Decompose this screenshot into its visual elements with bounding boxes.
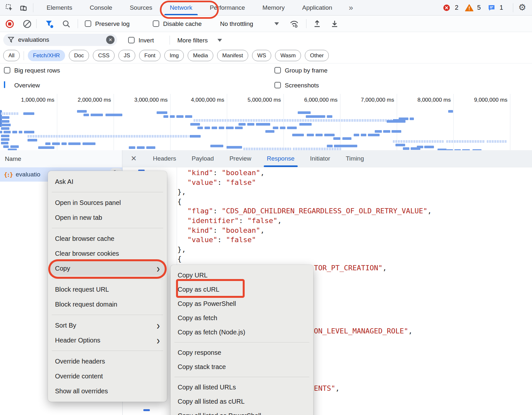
chip-other[interactable]: Other xyxy=(305,50,329,61)
device-toolbar-icon[interactable] xyxy=(19,3,28,13)
menu-item-show-all-overrides[interactable]: Show all overrides xyxy=(48,384,167,398)
tab-application[interactable]: Application xyxy=(294,0,341,15)
tab-elements[interactable]: Elements xyxy=(38,0,81,15)
waterfall-bar xyxy=(333,137,340,140)
menu-separator xyxy=(52,279,163,279)
chip-fetch-xhr[interactable]: Fetch/XHR xyxy=(28,50,65,61)
resource-type-filters: AllFetch/XHRDocCSSJSFontImgMediaManifest… xyxy=(0,48,532,63)
chip-img[interactable]: Img xyxy=(164,50,184,61)
menu-item-header-options[interactable]: Header Options› xyxy=(48,333,167,348)
more-panels-icon[interactable]: » xyxy=(346,3,356,12)
menu-item-override-content[interactable]: Override content xyxy=(48,369,167,384)
search-icon[interactable] xyxy=(62,20,71,28)
network-overview-timeline[interactable]: 1,000,000 ms2,000,000 ms3,000,000 ms4,00… xyxy=(0,94,532,151)
record-icon[interactable] xyxy=(5,19,14,28)
disable-cache-checkbox[interactable] xyxy=(153,20,159,27)
throttling-select[interactable]: No throttling xyxy=(220,20,253,28)
chip-js[interactable]: JS xyxy=(118,50,135,61)
timeline-tick-label: 3,000,000 ms xyxy=(111,96,168,104)
menu-item-sort-by[interactable]: Sort By› xyxy=(48,318,167,333)
menu-item-clear-browser-cookies[interactable]: Clear browser cookies xyxy=(48,246,167,261)
group-by-frame-checkbox[interactable] xyxy=(274,67,281,73)
chevron-down-icon[interactable] xyxy=(217,39,222,42)
waterfall-bar xyxy=(170,115,175,118)
menu-item-copy-all-listed-as-powershell[interactable]: Copy all listed as PowerShell xyxy=(171,409,313,415)
waterfall-bar xyxy=(1,120,9,123)
screenshots-checkbox[interactable] xyxy=(274,82,281,88)
waterfall-bar xyxy=(1,135,9,137)
json-string: "value" xyxy=(187,178,217,186)
menu-item-block-request-domain[interactable]: Block request domain xyxy=(48,297,167,312)
menu-item-copy-all-listed-urls[interactable]: Copy all listed URLs xyxy=(171,380,313,394)
clear-filter-icon[interactable]: ✕ xyxy=(106,36,115,44)
menu-item-open-in-sources-panel[interactable]: Open in Sources panel xyxy=(48,195,167,210)
code-line: "kind": "boolean", xyxy=(177,168,432,178)
tab-headers[interactable]: Headers xyxy=(145,150,184,167)
tab-initiator[interactable]: Initiator xyxy=(302,150,338,167)
menu-item-ask-ai[interactable]: Ask AI xyxy=(48,174,167,189)
inspect-icon[interactable] xyxy=(5,3,14,13)
menu-item-copy[interactable]: Copy› xyxy=(50,261,165,276)
menu-item-copy-as-powershell[interactable]: Copy as PowerShell xyxy=(171,297,313,311)
menu-item-block-request-url[interactable]: Block request URL xyxy=(48,282,167,297)
filter-input[interactable]: evaluations ✕ xyxy=(3,34,117,46)
menu-item-copy-as-curl[interactable]: Copy as cURL xyxy=(171,282,313,297)
request-table-header[interactable]: Name xyxy=(0,150,122,167)
overview-checkbox[interactable] xyxy=(4,81,5,88)
waterfall-bar xyxy=(354,134,359,136)
menu-item-clear-browser-cache[interactable]: Clear browser cache xyxy=(48,231,167,246)
more-filters-button[interactable]: More filters xyxy=(177,37,208,44)
chip-all[interactable]: All xyxy=(3,50,20,61)
menu-item-copy-as-fetch-node-js[interactable]: Copy as fetch (Node.js) xyxy=(171,325,313,339)
menu-item-copy-stack-trace[interactable]: Copy stack trace xyxy=(171,360,313,374)
menu-item-copy-url[interactable]: Copy URL xyxy=(171,268,313,282)
import-har-icon[interactable] xyxy=(313,19,322,28)
chip-media[interactable]: Media xyxy=(188,50,213,61)
tab-network[interactable]: Network xyxy=(161,0,201,15)
menu-item-override-headers[interactable]: Override headers xyxy=(48,354,167,369)
menu-item-copy-response[interactable]: Copy response xyxy=(171,345,313,360)
preserve-log-checkbox[interactable] xyxy=(85,20,91,27)
tab-sources[interactable]: Sources xyxy=(121,0,161,15)
settings-gear-icon[interactable]: ⚙ xyxy=(518,3,526,12)
json-string: "boolean" xyxy=(222,169,260,177)
menu-item-copy-all-listed-as-curl[interactable]: Copy all listed as cURL xyxy=(171,394,313,409)
response-body[interactable]: "kind": "boolean","value": "false"},{"fl… xyxy=(177,168,432,264)
clear-icon[interactable] xyxy=(23,19,32,28)
chevron-down-icon[interactable] xyxy=(274,22,279,25)
invert-checkbox[interactable] xyxy=(128,37,135,43)
export-har-icon[interactable] xyxy=(330,19,339,28)
code-line: { xyxy=(177,254,432,264)
tab-performance[interactable]: Performance xyxy=(201,0,254,15)
tab-console[interactable]: Console xyxy=(81,0,121,15)
menu-item-label: Copy as fetch (Node.js) xyxy=(178,329,245,336)
waterfall-bar xyxy=(205,127,210,129)
filter-funnel-icon[interactable] xyxy=(45,20,54,28)
menu-item-label: Open in Sources panel xyxy=(55,199,121,207)
chip-font[interactable]: Font xyxy=(139,50,161,61)
tab-timing[interactable]: Timing xyxy=(338,150,371,167)
menu-item-open-in-new-tab[interactable]: Open in new tab xyxy=(48,210,167,225)
chip-css[interactable]: CSS xyxy=(93,50,115,61)
menu-item-copy-as-fetch[interactable]: Copy as fetch xyxy=(171,311,313,325)
big-request-rows-checkbox[interactable] xyxy=(4,67,10,73)
chip-manifest[interactable]: Manifest xyxy=(217,50,248,61)
menu-item-label: Sort By xyxy=(55,322,76,329)
tab-payload[interactable]: Payload xyxy=(184,150,222,167)
chip-ws[interactable]: WS xyxy=(252,50,271,61)
message-icon[interactable] xyxy=(487,3,496,13)
tab-response[interactable]: Response xyxy=(259,150,303,167)
tab-memory[interactable]: Memory xyxy=(254,0,294,15)
chip-doc[interactable]: Doc xyxy=(69,50,89,61)
waterfall-bar xyxy=(176,115,183,118)
chip-wasm[interactable]: Wasm xyxy=(275,50,301,61)
network-conditions-icon[interactable] xyxy=(289,19,299,28)
waterfall-bar xyxy=(424,146,434,148)
close-icon[interactable]: ✕ xyxy=(131,154,137,163)
tab-preview[interactable]: Preview xyxy=(222,150,259,167)
warning-icon[interactable] xyxy=(464,3,474,13)
invert-label: Invert xyxy=(139,37,154,44)
error-icon[interactable] xyxy=(442,3,451,13)
menu-item-label: Copy as PowerShell xyxy=(178,300,236,308)
name-column-header[interactable]: Name xyxy=(5,155,21,163)
